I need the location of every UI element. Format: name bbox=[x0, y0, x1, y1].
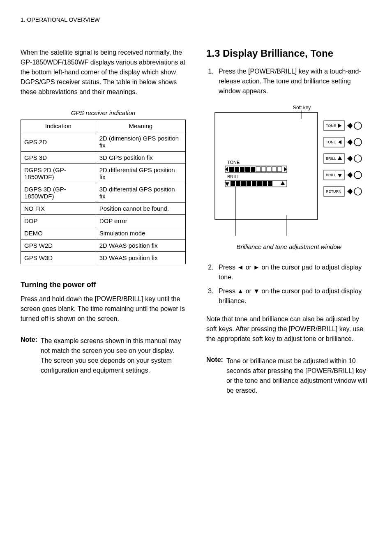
content-columns: When the satellite signal is being recei… bbox=[21, 48, 371, 396]
svg-rect-10 bbox=[272, 167, 277, 172]
table-title: GPS receiver indication bbox=[21, 109, 186, 116]
note-text: Tone or brilliance must be adjusted with… bbox=[226, 356, 371, 396]
table-row: GPS W3D 3D WAAS position fix bbox=[21, 252, 186, 264]
softkey-group: TONE TONE BRILL BRILL bbox=[324, 121, 362, 196]
step-item: Press the [POWER/BRILL] key with a touch… bbox=[215, 67, 371, 96]
table-cell: DEMO bbox=[21, 227, 96, 240]
svg-rect-16 bbox=[247, 181, 251, 186]
table-cell: 2D differential GPS position fix bbox=[96, 164, 185, 183]
table-cell: 2D (dimension) GPS position fix bbox=[96, 132, 185, 152]
table-row: GPS 3D 3D GPS position fix bbox=[21, 152, 186, 164]
turnoff-heading: Turning the power off bbox=[21, 281, 186, 289]
svg-rect-5 bbox=[245, 167, 250, 172]
turnoff-paragraph: Press and hold down the [POWER/BRILL] ke… bbox=[21, 294, 186, 324]
svg-rect-13 bbox=[231, 181, 235, 186]
table-cell: 3D GPS position fix bbox=[96, 152, 185, 164]
table-cell: 2D WAAS position fix bbox=[96, 240, 185, 252]
table-cell: 3D WAAS position fix bbox=[96, 252, 185, 264]
callout-softkey: Soft key bbox=[293, 105, 311, 111]
svg-marker-30 bbox=[338, 140, 341, 144]
table-header-row: Indication Meaning bbox=[21, 120, 186, 132]
svg-marker-34 bbox=[338, 156, 342, 160]
svg-point-42 bbox=[354, 188, 362, 195]
svg-point-31 bbox=[354, 138, 362, 146]
note-text: The example screens shown in this manual… bbox=[41, 336, 186, 375]
table-row: DGPS 3D (GP-1850WDF) 3D differential GPS… bbox=[21, 183, 186, 203]
svg-rect-17 bbox=[252, 181, 256, 186]
triangle-up-icon bbox=[281, 181, 285, 185]
svg-text:TONE: TONE bbox=[326, 124, 336, 128]
svg-rect-11 bbox=[277, 167, 282, 172]
brill-label: BRILL bbox=[227, 174, 240, 179]
svg-rect-19 bbox=[263, 181, 267, 186]
table-cell: Simulation mode bbox=[96, 227, 185, 240]
svg-text:BRILL: BRILL bbox=[326, 157, 336, 161]
intro-paragraph: When the satellite signal is being recei… bbox=[21, 48, 186, 97]
svg-rect-8 bbox=[261, 167, 266, 172]
table-row: GPS W2D 2D WAAS position fix bbox=[21, 240, 186, 252]
triangle-down-icon bbox=[225, 182, 229, 186]
softkey-note-paragraph: Note that tone and brilliance can also b… bbox=[206, 314, 371, 344]
speaker-icon bbox=[347, 123, 353, 129]
svg-marker-26 bbox=[338, 124, 341, 128]
svg-rect-2 bbox=[229, 167, 234, 172]
note-block: Note: Tone or brilliance must be adjuste… bbox=[206, 356, 371, 396]
svg-rect-4 bbox=[240, 167, 244, 172]
table-row: NO FIX Position cannot be found. bbox=[21, 203, 186, 215]
svg-rect-14 bbox=[236, 181, 240, 186]
svg-marker-38 bbox=[338, 174, 342, 177]
table-row: GPS 2D 2D (dimension) GPS position fix bbox=[21, 132, 186, 152]
table-cell: DOP bbox=[21, 215, 96, 227]
svg-point-27 bbox=[354, 122, 362, 129]
svg-rect-3 bbox=[235, 167, 239, 172]
tone-brill-diagram: TONE BRILL bbox=[211, 104, 367, 240]
steps-list: Press the [POWER/BRILL] key with a touch… bbox=[206, 67, 371, 96]
svg-point-35 bbox=[354, 155, 362, 162]
step-item: Press ◄ or ► on the cursor pad to adjust… bbox=[215, 263, 371, 282]
table-header-indication: Indication bbox=[21, 120, 96, 132]
svg-rect-20 bbox=[268, 181, 272, 186]
note-label: Note: bbox=[206, 356, 223, 396]
table-cell: GPS W2D bbox=[21, 240, 96, 252]
step-item: Press ▲ or ▼ on the cursor pad to adjust… bbox=[215, 286, 371, 306]
svg-rect-15 bbox=[241, 181, 246, 186]
svg-rect-7 bbox=[256, 167, 261, 172]
table-cell: GPS W3D bbox=[21, 252, 96, 264]
table-cell: DGPS 2D (GP-1850WDF) bbox=[21, 164, 96, 183]
svg-point-39 bbox=[354, 171, 362, 179]
steps-list-continued: Press ◄ or ► on the cursor pad to adjust… bbox=[206, 263, 371, 306]
gps-indication-table: Indication Meaning GPS 2D 2D (dimension)… bbox=[21, 120, 186, 264]
svg-text:BRILL: BRILL bbox=[326, 173, 336, 177]
table-row: DGPS 2D (GP-1850WDF) 2D differential GPS… bbox=[21, 164, 186, 183]
triangle-right-icon bbox=[284, 167, 287, 172]
table-cell: 3D differential GPS position fix bbox=[96, 183, 185, 203]
table-row: DOP DOP error bbox=[21, 215, 186, 227]
svg-text:RETURN: RETURN bbox=[326, 189, 341, 193]
tone-brill-figure: TONE BRILL bbox=[206, 104, 371, 250]
note-block: Note: The example screens shown in this … bbox=[21, 336, 186, 375]
note-label: Note: bbox=[21, 336, 37, 375]
table-cell: DOP error bbox=[96, 215, 185, 227]
tone-label: TONE bbox=[227, 160, 240, 165]
table-cell: GPS 2D bbox=[21, 132, 96, 152]
table-cell: GPS 3D bbox=[21, 152, 96, 164]
table-row: DEMO Simulation mode bbox=[21, 227, 186, 240]
table-header-meaning: Meaning bbox=[96, 120, 185, 132]
section-heading: 1.3 Display Brilliance, Tone bbox=[206, 48, 371, 59]
svg-text:TONE: TONE bbox=[326, 140, 336, 144]
figure-caption: Brilliance and tone adjustment window bbox=[206, 243, 371, 250]
table-cell: NO FIX bbox=[21, 203, 96, 215]
svg-rect-9 bbox=[267, 167, 271, 172]
left-column: When the satellite signal is being recei… bbox=[21, 48, 186, 396]
table-cell: DGPS 3D (GP-1850WDF) bbox=[21, 183, 96, 203]
right-column: 1.3 Display Brilliance, Tone Press the [… bbox=[206, 48, 371, 396]
svg-rect-18 bbox=[257, 181, 262, 186]
svg-rect-6 bbox=[251, 167, 255, 172]
page-header: 1. OPERATIONAL OVERVIEW bbox=[21, 16, 371, 23]
triangle-left-icon bbox=[225, 167, 228, 172]
table-cell: Position cannot be found. bbox=[96, 203, 185, 215]
